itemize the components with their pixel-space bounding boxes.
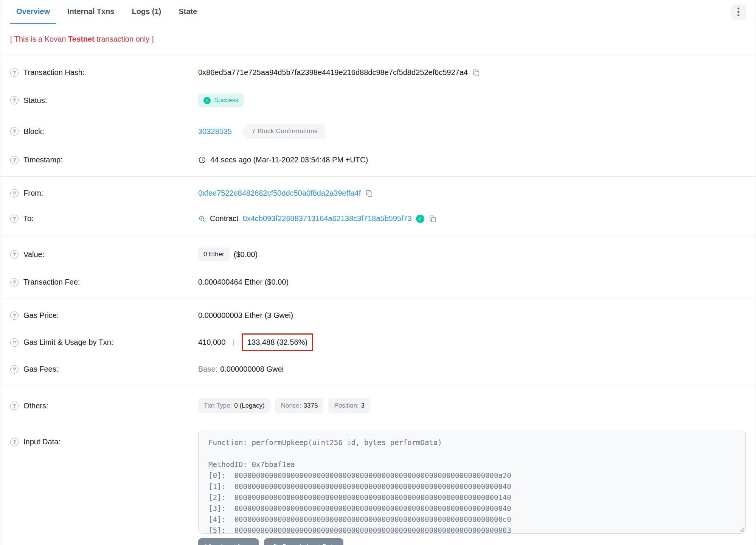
tab-overview[interactable]: Overview [10, 0, 56, 24]
row-status: ? Status: ✓ Success [10, 85, 746, 115]
row-others: ? Others: Txn Type: 0 (Legacy) Nonce: 33… [10, 390, 746, 422]
input-param-line: [2]: 00000000000000000000000000000000000… [208, 492, 736, 503]
from-address-link[interactable]: 0xfee7522e8482682cf50ddc50a0f8da2a39effa… [198, 189, 361, 198]
help-icon[interactable]: ? [10, 338, 19, 347]
value-usd: ($0.00) [234, 250, 258, 259]
input-param-line: [4]: 00000000000000000000000000000000000… [208, 514, 736, 525]
txn-type-badge: Txn Type: 0 (Legacy) [198, 398, 270, 413]
row-transaction-fee: ? Transaction Fee: 0.000400464 Ether ($0… [10, 269, 746, 295]
transaction-fee-label: Transaction Fee: [23, 278, 80, 287]
gas-fees-label: Gas Fees: [23, 365, 58, 374]
gas-price-label: Gas Price: [23, 311, 59, 320]
timestamp-label: Timestamp: [23, 156, 63, 164]
section-others-input: ? Others: Txn Type: 0 (Legacy) Nonce: 33… [0, 386, 756, 545]
input-methodid-line: MethodID: 0x7bbaf1ea [208, 459, 736, 470]
from-label: From: [23, 189, 43, 198]
section-gas: ? Gas Price: 0.000000003 Ether (3 Gwei) … [0, 299, 756, 386]
pipe-separator: | [233, 338, 234, 346]
nonce-badge: Nonce: 3375 [275, 398, 324, 413]
notice-section: [ This is a Kovan Testnet transaction on… [0, 24, 756, 56]
status-value: Success [214, 97, 238, 104]
transaction-hash-value: 0x86ed5a771e725aa94d5b7fa2398e4419e216d8… [198, 68, 468, 77]
row-transaction-hash: ? Transaction Hash: 0x86ed5a771e725aa94d… [10, 60, 746, 85]
help-icon[interactable]: ? [10, 438, 19, 446]
help-icon[interactable]: ? [10, 311, 19, 320]
gas-usage-value: 133,488 (32.56%) [247, 338, 307, 346]
copy-icon[interactable] [472, 69, 480, 77]
decode-puzzle-icon [271, 543, 278, 545]
zoom-in-icon[interactable] [198, 215, 206, 223]
row-gas-price: ? Gas Price: 0.000000003 Ether (3 Gwei) [10, 303, 746, 328]
row-from: ? From: 0xfee7522e8482682cf50ddc50a0f8da… [10, 181, 746, 206]
position-badge: Position: 3 [328, 398, 370, 413]
ether-value-badge: 0 Ether [198, 248, 230, 261]
tabs: Overview Internal Txns Logs (1) State [10, 0, 203, 24]
tab-bar: Overview Internal Txns Logs (1) State [0, 0, 756, 24]
help-icon[interactable]: ? [10, 402, 19, 410]
row-block: ? Block: 30328535 7 Block Confirmations [10, 115, 746, 147]
help-icon[interactable]: ? [10, 96, 19, 104]
gas-limit-value: 410,000 [198, 338, 225, 347]
tab-state[interactable]: State [172, 0, 203, 24]
help-icon[interactable]: ? [10, 215, 19, 223]
gas-usage-annotation-box: 133,488 (32.56%) [242, 333, 313, 351]
help-icon[interactable]: ? [10, 278, 19, 287]
gas-base-label: Base: [198, 365, 217, 374]
to-contract-word: Contract [210, 214, 239, 223]
status-label: Status: [23, 96, 47, 105]
value-label: Value: [23, 250, 44, 259]
row-to: ? To: Contract 0x4cb093f226983713164a621… [10, 206, 746, 231]
tab-logs[interactable]: Logs (1) [126, 0, 167, 24]
help-icon[interactable]: ? [10, 69, 19, 77]
input-param-line: [5]: 00000000000000000000000000000000000… [208, 525, 736, 534]
others-label: Others: [23, 402, 48, 410]
copy-icon[interactable] [365, 189, 373, 198]
section-parties: ? From: 0xfee7522e8482682cf50ddc50a0f8da… [0, 177, 756, 235]
help-icon[interactable]: ? [10, 156, 19, 164]
gas-price-value: 0.000000003 Ether (3 Gwei) [198, 311, 293, 320]
to-address-link[interactable]: 0x4cb093f226983713164a62138c3f718a5b595f… [243, 214, 412, 223]
row-timestamp: ? Timestamp: 44 secs ago (Mar-11-2022 03… [10, 147, 746, 173]
transaction-hash-label: Transaction Hash: [23, 68, 85, 77]
input-function-line: Function: performUpkeep(uint256 id, byte… [208, 437, 736, 448]
row-value: ? Value: 0 Ether ($0.00) [10, 239, 746, 269]
input-data-box[interactable]: Function: performUpkeep(uint256 id, byte… [198, 430, 746, 534]
clock-icon [198, 156, 206, 164]
row-gas-limit-usage: ? Gas Limit & Usage by Txn: 410,000 | 13… [10, 328, 746, 357]
decode-input-data-button[interactable]: Decode Input Data [264, 538, 343, 545]
section-summary: ? Transaction Hash: 0x86ed5a771e725aa94d… [0, 56, 756, 177]
help-icon[interactable]: ? [10, 365, 19, 374]
help-icon[interactable]: ? [10, 189, 19, 198]
ellipsis-vertical-icon [737, 8, 739, 9]
input-param-line: [0]: 00000000000000000000000000000000000… [208, 470, 736, 481]
status-badge: ✓ Success [198, 93, 244, 107]
transaction-details-card: Overview Internal Txns Logs (1) State [ … [0, 0, 756, 545]
check-circle-icon: ✓ [203, 97, 211, 104]
copy-icon[interactable] [428, 215, 437, 223]
input-actions: View Input As ▾ Decode Input Data [198, 534, 746, 545]
row-input-data: ? Input Data: Function: performUpkeep(ui… [10, 422, 746, 545]
section-value: ? Value: 0 Ether ($0.00) ? Transaction F… [0, 235, 756, 299]
tab-internal-txns[interactable]: Internal Txns [61, 0, 120, 24]
timestamp-value: 44 secs ago (Mar-11-2022 03:54:48 PM +UT… [210, 156, 368, 164]
row-gas-fees: ? Gas Fees: Base: 0.000000008 Gwei [10, 357, 746, 382]
gas-base-value: 0.000000008 Gwei [220, 365, 284, 374]
block-number-link[interactable]: 30328535 [198, 127, 232, 136]
help-icon[interactable]: ? [10, 127, 19, 135]
input-data-label: Input Data: [23, 438, 61, 446]
testnet-notice: [ This is a Kovan Testnet transaction on… [10, 35, 154, 43]
more-options-button[interactable] [731, 5, 746, 20]
block-confirmations-badge: 7 Block Confirmations [241, 124, 325, 139]
input-param-line: [1]: 00000000000000000000000000000000000… [208, 481, 736, 492]
block-label: Block: [23, 127, 44, 136]
to-label: To: [23, 214, 34, 223]
help-icon[interactable]: ? [10, 250, 19, 258]
gas-limit-usage-label: Gas Limit & Usage by Txn: [23, 338, 113, 347]
transaction-fee-value: 0.000400464 Ether ($0.00) [198, 278, 289, 287]
verified-contract-icon: ✓ [416, 215, 424, 223]
view-input-as-button[interactable]: View Input As ▾ [198, 538, 259, 545]
input-param-line: [3]: 00000000000000000000000000000000000… [208, 503, 736, 514]
